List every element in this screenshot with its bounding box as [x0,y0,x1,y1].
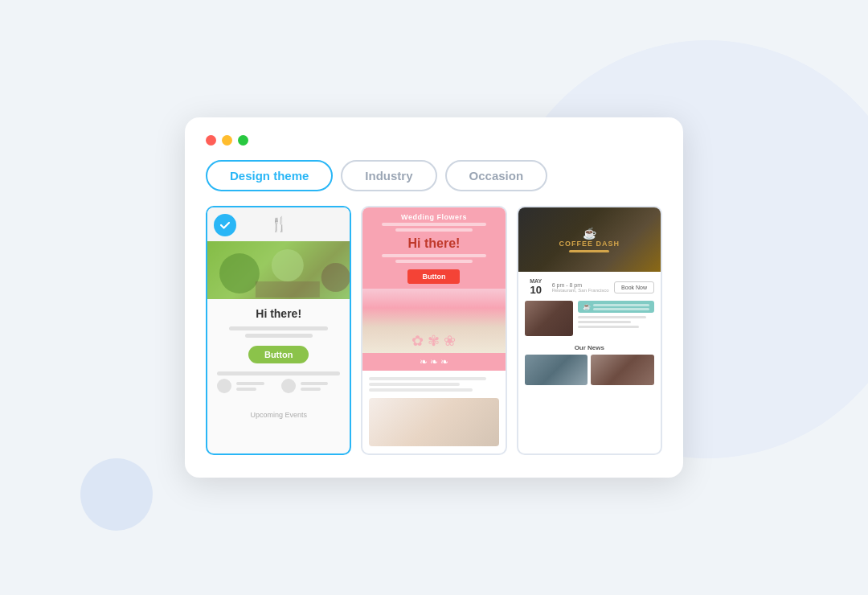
check-badge [214,214,236,236]
card1-avatar-line-2 [236,388,256,391]
card3-hero-line [569,250,609,252]
card3-cafe-image [525,301,573,336]
card1-avatar-line-3 [301,382,329,385]
bg-circle-small [80,458,153,531]
card3-event-time: 6 pm - 8 pm [552,282,609,288]
card2-line-4 [395,260,473,263]
card2-bride-image [369,398,498,446]
card3-info-block: ☕ [578,301,654,336]
card3-news-title: Our News [518,341,661,355]
traffic-light-yellow[interactable] [222,135,232,146]
card2-line-3 [382,254,485,257]
card2-bottom-lines [369,377,498,392]
window-card: Design theme Industry Occasion 🍴 Hi ther… [185,117,683,478]
card-coffee[interactable]: ☕ COFFEE DASH MAY 10 6 pm - 8 pm Restaur… [517,206,662,455]
card1-button[interactable]: Button [248,346,309,363]
traffic-lights [206,135,662,146]
card1-footer-line [217,371,340,375]
card3-logo-icon: ☕ [583,227,596,240]
card3-right-line-1 [578,316,647,318]
food-icon: 🍴 [270,215,288,233]
card2-hi: Hi there! [369,236,498,251]
card3-news-image-2 [591,355,654,385]
card1-food-image [207,241,350,299]
card1-avatar-row [217,379,340,393]
card2-line-2 [395,228,473,232]
card2-bottom [362,371,505,453]
card1-avatar-2 [281,379,296,393]
cards-grid: 🍴 Hi there! Button [206,206,662,455]
card2-bottom-line-3 [369,388,473,392]
card2-bottom-line-2 [369,383,460,386]
card3-book-button[interactable]: Book Now [614,281,654,293]
card2-line-1 [382,223,485,226]
card3-news-grid [518,355,661,392]
tab-occasion[interactable]: Occasion [445,160,548,191]
card3-event-row: MAY 10 6 pm - 8 pm Restaurant, San Franc… [518,272,661,301]
card3-right-lines [578,316,654,328]
card1-body: Hi there! Button [207,299,350,408]
card1-lines [217,326,340,338]
card1-line-1 [229,326,328,330]
card2-brand: Wedding Flowers [369,213,498,221]
card3-news-image-1 [525,355,588,385]
card-wedding[interactable]: Wedding Flowers Hi there! Button ❧ ❧ ❧ [361,206,506,455]
card1-avatar-lines [236,382,276,391]
traffic-light-green[interactable] [238,135,248,146]
traffic-light-red[interactable] [206,135,216,146]
card3-right-line-3 [578,326,639,328]
card3-teal-line-2 [593,308,649,310]
card3-teal-lines [593,304,649,310]
card3-date: MAY 10 [525,278,547,296]
card1-avatar-line-4 [301,388,321,391]
tab-design-theme[interactable]: Design theme [206,160,333,191]
card3-event-info: 6 pm - 8 pm Restaurant, San Francisco [552,282,609,293]
card3-teal-line-1 [593,304,649,306]
card3-mid: ☕ [518,301,661,341]
card2-ornament: ❧ ❧ ❧ [362,353,505,371]
card3-event-venue: Restaurant, San Francisco [552,288,609,293]
tab-industry[interactable]: Industry [341,160,436,191]
card2-flower-image [362,289,505,353]
card1-footer-label: Upcoming Events [207,408,350,419]
card1-avatar-line-1 [236,382,264,385]
card3-right-line-2 [578,321,632,323]
card3-logo: COFFEE DASH [559,240,620,248]
card3-teal-box: ☕ [578,301,654,313]
card-food[interactable]: 🍴 Hi there! Button [206,206,351,455]
card1-avatar [217,379,231,393]
card2-lines-2 [369,254,498,263]
card3-teal-icon: ☕ [583,303,591,310]
card2-button[interactable]: Button [407,269,460,284]
card3-date-day: 10 [525,284,547,296]
card1-line-2 [245,334,313,338]
card2-top: Wedding Flowers Hi there! Button [362,207,505,289]
card3-date-month: MAY [525,278,547,284]
card3-hero: ☕ COFFEE DASH [518,207,661,272]
card2-lines [369,223,498,232]
tab-bar: Design theme Industry Occasion [206,160,662,191]
card2-bottom-line-1 [369,377,485,380]
card1-title: Hi there! [217,307,340,320]
card1-avatar-lines-2 [301,382,341,391]
